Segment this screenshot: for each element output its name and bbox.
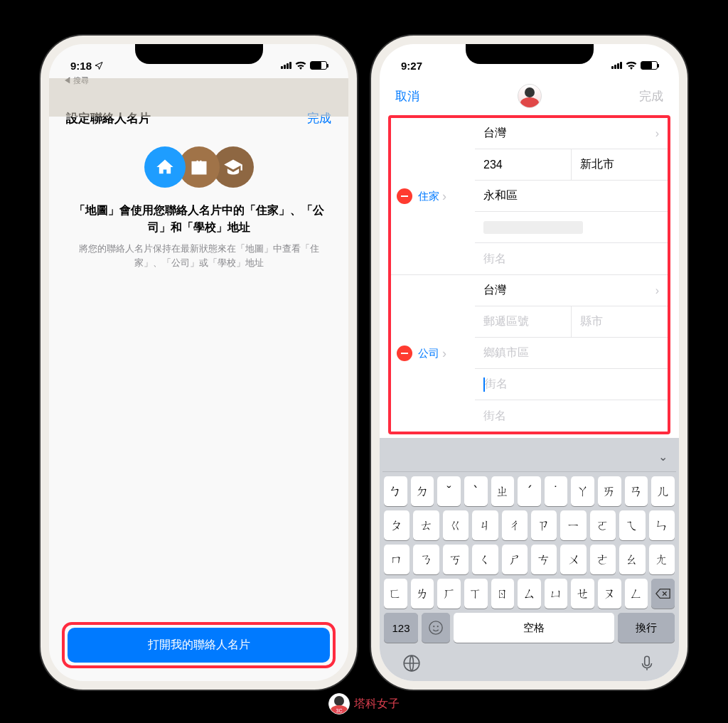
heading-text: 「地圖」會使用您聯絡人名片中的「住家」、「公司」和「學校」地址 (49, 188, 348, 242)
watermark: 3C 塔科女子 (328, 693, 400, 714)
street-field-2[interactable]: 街名 (475, 243, 668, 274)
key-ㄧ[interactable]: ㄧ (560, 510, 586, 540)
key-ㄓ[interactable]: ㄓ (491, 476, 515, 506)
key-ㄔ[interactable]: ㄔ (502, 510, 528, 540)
key-delete[interactable] (651, 579, 675, 609)
key-ㄝ[interactable]: ㄝ (571, 579, 594, 609)
key-ㄗ[interactable]: ㄗ (531, 510, 557, 540)
key-ㄇ[interactable]: ㄇ (384, 545, 410, 574)
home-label: 住家 (418, 190, 439, 203)
battery-icon (310, 61, 327, 70)
status-time: 9:18 (70, 60, 92, 72)
key-ㄌ[interactable]: ㄌ (411, 579, 434, 609)
key-ㄋ[interactable]: ㄋ (413, 545, 439, 574)
key-ˊ[interactable]: ˊ (518, 476, 541, 506)
cancel-button[interactable]: 取消 (395, 88, 419, 105)
delete-home-button[interactable] (397, 188, 412, 204)
key-ㄨ[interactable]: ㄨ (560, 545, 586, 574)
highlight-form-box: 住家 › 台灣 › 234 新北市 永和區 (388, 115, 670, 434)
country-field[interactable]: 台灣 (475, 118, 655, 149)
globe-icon[interactable] (402, 654, 421, 673)
street-field-2[interactable]: 街名 (475, 400, 668, 432)
city-field[interactable]: 新北市 (572, 149, 668, 180)
key-ㄚ[interactable]: ㄚ (571, 476, 594, 506)
location-icon (95, 61, 103, 70)
highlight-box: 打開我的聯絡人名片 (62, 622, 336, 668)
district-field[interactable]: 鄉鎮市區 (475, 338, 668, 368)
key-ㄊ[interactable]: ㄊ (413, 510, 439, 540)
street-field-active[interactable]: 街名 (475, 369, 668, 400)
key-ㄦ[interactable]: ㄦ (651, 476, 675, 506)
district-field[interactable]: 永和區 (475, 181, 668, 211)
status-time: 9:27 (401, 60, 422, 72)
key-space[interactable]: 空格 (454, 613, 614, 643)
key-ㄤ[interactable]: ㄤ (649, 545, 675, 574)
signal-icon (611, 62, 622, 69)
key-ㄞ[interactable]: ㄞ (598, 476, 621, 506)
home-icon (144, 146, 186, 188)
open-contact-card-button[interactable]: 打開我的聯絡人名片 (68, 628, 330, 663)
chevron-right-icon: › (442, 189, 446, 204)
icons-row (49, 146, 348, 188)
key-ㄖ[interactable]: ㄖ (491, 579, 515, 609)
key-ㄉ[interactable]: ㄉ (411, 476, 434, 506)
candidate-bar[interactable]: ⌄ (382, 442, 676, 472)
key-ˋ[interactable]: ˋ (464, 476, 488, 506)
key-ㄍ[interactable]: ㄍ (443, 510, 469, 540)
notch (135, 44, 263, 64)
svg-point-3 (437, 626, 439, 627)
key-return[interactable]: 換行 (618, 613, 675, 643)
key-ㄜ[interactable]: ㄜ (590, 545, 616, 574)
wifi-icon (626, 60, 637, 72)
key-ㄕ[interactable]: ㄕ (502, 545, 528, 574)
chevron-right-icon: › (442, 346, 446, 361)
watermark-text: 塔科女子 (354, 697, 400, 712)
key-ㄩ[interactable]: ㄩ (545, 579, 568, 609)
city-field[interactable]: 縣市 (572, 306, 668, 337)
nav-bar: 取消 完成 (380, 78, 679, 115)
chevron-right-icon: › (655, 284, 668, 297)
key-ㄎ[interactable]: ㄎ (443, 545, 469, 574)
key-ㄆ[interactable]: ㄆ (384, 510, 410, 540)
svg-point-2 (433, 626, 434, 627)
avatar[interactable] (518, 84, 542, 108)
key-ㄠ[interactable]: ㄠ (619, 545, 645, 574)
key-ㄡ[interactable]: ㄡ (598, 579, 621, 609)
zip-field[interactable]: 234 (475, 149, 572, 180)
keyboard: ⌄ ㄅㄉˇˋㄓˊ˙ㄚㄞㄢㄦ ㄆㄊㄍㄐㄔㄗㄧㄛㄟㄣ ㄇㄋㄎㄑㄕㄘㄨㄜㄠㄤ ㄈㄌㄏㄒ… (380, 438, 679, 681)
street-field[interactable] (475, 212, 668, 242)
work-label-col[interactable]: 公司 › (391, 275, 475, 432)
mic-icon[interactable] (638, 654, 656, 673)
key-ㄟ[interactable]: ㄟ (619, 510, 645, 540)
svg-point-1 (429, 621, 442, 634)
key-ㄑ[interactable]: ㄑ (472, 545, 498, 574)
zip-field[interactable]: 郵遞區號 (475, 306, 572, 337)
key-ㄣ[interactable]: ㄣ (649, 510, 675, 540)
key-ㄐ[interactable]: ㄐ (472, 510, 498, 540)
key-˙[interactable]: ˙ (545, 476, 568, 506)
key-ㄥ[interactable]: ㄥ (625, 579, 648, 609)
phone-right: 9:27 取消 完成 住家 › (371, 36, 687, 690)
key-ㄙ[interactable]: ㄙ (518, 579, 541, 609)
chevron-down-icon[interactable]: ⌄ (658, 450, 668, 464)
country-row[interactable]: 台灣 › (475, 275, 668, 306)
key-ㄈ[interactable]: ㄈ (384, 579, 407, 609)
key-emoji[interactable] (422, 613, 450, 643)
country-row[interactable]: 台灣 › (475, 118, 668, 149)
done-button[interactable]: 完成 (639, 88, 663, 105)
key-ㄢ[interactable]: ㄢ (625, 476, 648, 506)
key-ㄒ[interactable]: ㄒ (464, 579, 488, 609)
dimmed-background (49, 78, 348, 117)
battery-icon (641, 61, 658, 70)
country-field[interactable]: 台灣 (475, 275, 655, 306)
key-ㄅ[interactable]: ㄅ (384, 476, 407, 506)
home-label-col[interactable]: 住家 › (391, 118, 475, 274)
key-ㄘ[interactable]: ㄘ (531, 545, 557, 574)
delete-work-button[interactable] (397, 346, 412, 361)
key-ˇ[interactable]: ˇ (437, 476, 461, 506)
key-ㄏ[interactable]: ㄏ (437, 579, 461, 609)
key-123[interactable]: 123 (384, 613, 418, 643)
key-ㄛ[interactable]: ㄛ (590, 510, 616, 540)
phone-left: 9:18 ◀ 搜尋 設定聯絡人名片 完成 (41, 36, 357, 690)
watermark-avatar: 3C (328, 693, 350, 714)
